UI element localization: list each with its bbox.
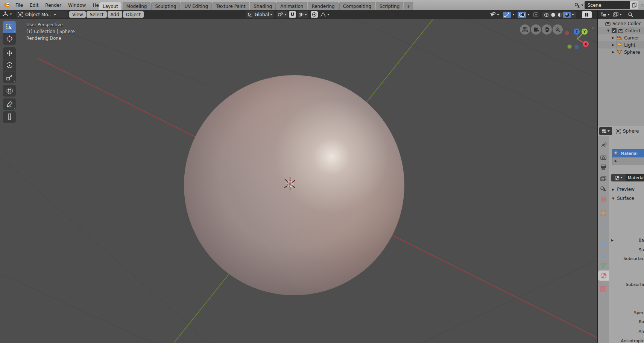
navigation-gizmo[interactable]: Z Y X xyxy=(565,27,589,51)
tab-rendering[interactable]: Rendering xyxy=(308,2,338,10)
shading-solid-button[interactable] xyxy=(550,12,556,17)
outliner-row-camera[interactable]: ▶ Camer xyxy=(598,34,644,41)
shading-material-button[interactable] xyxy=(556,12,563,17)
material-slot-selected[interactable]: Material xyxy=(612,149,644,157)
outliner-row-sphere[interactable]: ▶ Sphere xyxy=(598,48,644,56)
tab-texture[interactable] xyxy=(600,286,606,292)
camera-view-button[interactable] xyxy=(531,24,541,35)
outliner-row-scene-collection[interactable]: Scene Collec xyxy=(598,20,644,27)
select-menu[interactable]: Select xyxy=(87,11,106,18)
gizmo-dropdown-icon[interactable] xyxy=(512,14,515,15)
tool-select-box[interactable] xyxy=(3,21,16,33)
slot-list-expand-icon[interactable]: ▶ xyxy=(615,159,617,163)
outliner-row-collection[interactable]: ▼ Collect xyxy=(598,27,644,34)
transform-orientation-dropdown[interactable]: Global xyxy=(246,11,274,18)
show-overlays-toggle[interactable] xyxy=(518,12,526,18)
tab-world[interactable] xyxy=(600,196,606,202)
unlink-scene-button[interactable]: ✕ xyxy=(638,1,644,9)
base-color-expand-icon[interactable]: ▶ xyxy=(611,239,614,242)
tab-render[interactable] xyxy=(600,155,606,160)
blender-logo-icon[interactable] xyxy=(3,2,11,8)
toggle-perspective-button[interactable] xyxy=(520,24,530,35)
tab-scene[interactable] xyxy=(600,186,606,191)
tab-constraints[interactable] xyxy=(600,252,606,258)
add-menu[interactable]: Add xyxy=(108,11,122,18)
material-name-field[interactable]: Material xyxy=(626,174,644,181)
material-browse-button[interactable] xyxy=(611,174,626,181)
disclosure-right-icon[interactable]: ▶ xyxy=(612,36,614,39)
sidebar-collapse-chevron[interactable]: ‹ xyxy=(592,26,594,31)
show-gizmo-toggle[interactable] xyxy=(503,12,511,18)
preview-panel-header[interactable]: ▶ Preview xyxy=(612,187,635,192)
tab-compositing[interactable]: Compositing xyxy=(339,2,375,10)
scene-browse-button[interactable] xyxy=(573,1,585,9)
tab-output[interactable] xyxy=(600,165,606,170)
tab-sculpting[interactable]: Sculpting xyxy=(151,2,180,10)
scene-name-field[interactable]: Scene xyxy=(585,1,630,9)
tab-texture-paint[interactable]: Texture Paint xyxy=(213,2,249,10)
overlays-dropdown-icon[interactable] xyxy=(527,14,530,15)
object-visibility-dropdown[interactable] xyxy=(488,12,500,18)
snap-with-dropdown[interactable] xyxy=(297,11,308,18)
tool-move[interactable] xyxy=(3,47,16,59)
tool-transform[interactable] xyxy=(3,85,16,97)
tab-view-layer[interactable] xyxy=(600,176,606,181)
tab-object-data[interactable] xyxy=(600,263,606,269)
pan-view-button[interactable] xyxy=(542,24,552,35)
view-menu[interactable]: View xyxy=(69,11,86,18)
tool-scale[interactable] xyxy=(3,71,16,83)
tab-uv-editing[interactable]: UV Editing xyxy=(181,2,212,10)
outliner-filter-dropdown[interactable] xyxy=(613,12,622,17)
tab-object[interactable] xyxy=(600,210,606,216)
mode-dropdown[interactable]: Object Mo.. xyxy=(16,11,68,18)
collection-checkbox[interactable] xyxy=(612,28,617,33)
tab-tool[interactable] xyxy=(600,142,606,148)
shading-rendered-button[interactable] xyxy=(563,12,571,18)
snap-toggle[interactable] xyxy=(289,11,296,18)
shading-dropdown-icon[interactable] xyxy=(572,14,574,15)
tab-material[interactable] xyxy=(600,272,607,279)
tool-measure[interactable] xyxy=(3,111,16,123)
object-menu[interactable]: Object xyxy=(123,11,144,18)
tab-scripting[interactable]: Scripting xyxy=(376,2,403,10)
tool-rotate[interactable] xyxy=(3,59,16,71)
gizmo-neg-y-axis[interactable] xyxy=(568,45,572,49)
proportional-editing-toggle[interactable] xyxy=(311,11,318,18)
tab-modifiers[interactable] xyxy=(600,221,606,227)
shading-wireframe-button[interactable] xyxy=(543,12,550,17)
3d-viewport[interactable]: User Perspective (1) Collection | Sphere… xyxy=(0,19,597,343)
tab-animation[interactable]: Animation xyxy=(276,2,307,10)
tool-cursor[interactable] xyxy=(3,33,16,45)
menu-window[interactable]: Window xyxy=(65,0,89,10)
zoom-view-button[interactable] xyxy=(553,24,563,35)
transform-icon xyxy=(6,87,13,94)
gizmo-neg-x-axis[interactable] xyxy=(565,31,569,35)
menu-edit[interactable]: Edit xyxy=(26,0,42,10)
tab-modeling[interactable]: Modeling xyxy=(123,2,151,10)
gizmo-neg-z-axis[interactable] xyxy=(575,45,579,49)
menu-file[interactable]: File xyxy=(12,0,26,10)
new-scene-button[interactable] xyxy=(630,1,638,9)
add-workspace-tab[interactable]: + xyxy=(404,2,413,10)
tab-layout[interactable]: Layout xyxy=(99,2,122,10)
tool-annotate[interactable] xyxy=(3,98,16,110)
snap-target-dropdown[interactable] xyxy=(276,11,288,18)
tab-shading[interactable]: Shading xyxy=(250,2,276,10)
outliner-row-light[interactable]: ▶ Light xyxy=(598,41,644,48)
material-slot-empty-row[interactable]: ▶ xyxy=(612,157,644,164)
surface-panel-header[interactable]: ▼ Surface xyxy=(612,196,634,201)
tab-physics[interactable] xyxy=(600,242,606,248)
pause-render-button[interactable] xyxy=(582,11,592,18)
disclosure-right-icon[interactable]: ▶ xyxy=(612,43,614,47)
properties-editor-type-button[interactable] xyxy=(599,127,612,135)
editor-type-button[interactable] xyxy=(2,11,12,17)
disclosure-down-icon[interactable]: ▼ xyxy=(607,29,609,32)
falloff-dropdown[interactable] xyxy=(319,11,331,18)
outliner-search-button[interactable] xyxy=(628,12,633,17)
menu-render[interactable]: Render xyxy=(42,0,65,10)
outliner-display-mode-dropdown[interactable] xyxy=(601,12,610,17)
editor-divider[interactable] xyxy=(598,116,644,127)
disclosure-right-icon[interactable]: ▶ xyxy=(612,50,614,54)
xray-toggle[interactable] xyxy=(533,12,539,17)
tab-particles[interactable] xyxy=(600,231,606,237)
